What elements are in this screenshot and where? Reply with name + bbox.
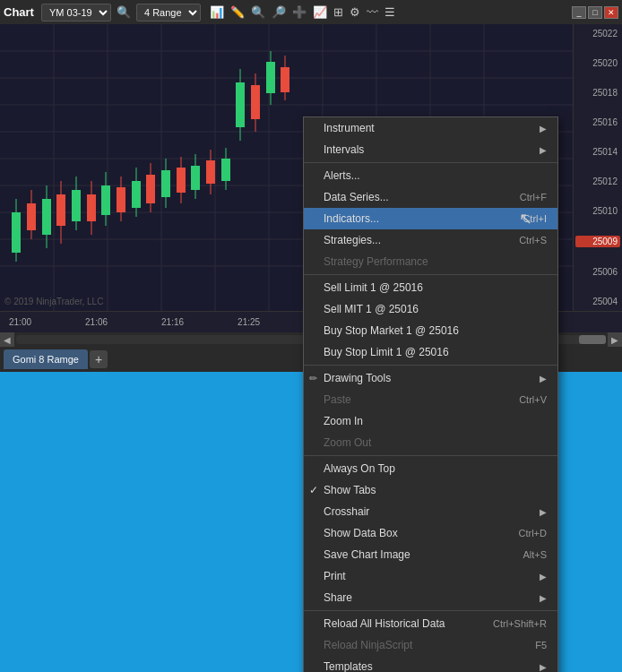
menu-item-show-data-box[interactable]: Show Data Box Ctrl+D — [304, 522, 557, 544]
menu-item-save-chart-image[interactable]: Save Chart Image Alt+S — [304, 544, 557, 565]
menu-label-templates: Templates — [324, 660, 373, 672]
menu-label-sell-limit: Sell Limit 1 @ 25016 — [324, 281, 423, 294]
arrow-icon-crosshair: ▶ — [540, 507, 547, 517]
pencil-icon[interactable]: ✏️ — [229, 4, 246, 20]
tab-label: Gomi 8 Ramge — [13, 354, 79, 365]
svg-rect-47 — [221, 159, 230, 181]
menu-label-buy-stop-market: Buy Stop Market 1 @ 25016 — [324, 324, 459, 337]
scroll-right-button[interactable]: ▶ — [608, 332, 622, 347]
menu-item-buy-stop-market[interactable]: Buy Stop Market 1 @ 25016 — [304, 320, 557, 341]
menu-label-indicators: Indicators... — [324, 212, 379, 225]
menu-item-intervals[interactable]: Intervals ▶ — [304, 139, 557, 160]
separator-5 — [304, 610, 557, 611]
menu-item-zoom-out: Zoom Out — [304, 432, 557, 453]
bar-chart-icon[interactable]: 📊 — [208, 4, 226, 20]
svg-rect-35 — [132, 181, 141, 208]
app-title: Chart — [4, 5, 34, 19]
chart2-icon[interactable]: 📈 — [311, 4, 329, 20]
menu-item-share[interactable]: Share ▶ — [304, 587, 557, 608]
menu-item-crosshair[interactable]: Crosshair ▶ — [304, 501, 557, 522]
svg-rect-23 — [42, 199, 51, 235]
zoom-out-icon[interactable]: 🔎 — [270, 4, 288, 20]
tab-gomi[interactable]: Gomi 8 Ramge — [4, 349, 88, 369]
menu-item-data-series[interactable]: Data Series... Ctrl+F — [304, 186, 557, 208]
price-14: 25014 — [575, 147, 620, 157]
arrow-icon-print: ▶ — [540, 572, 547, 582]
menu-label-always-on-top: Always On Top — [324, 462, 395, 475]
time-label-4: 21:25 — [238, 317, 260, 327]
menu-item-zoom-in[interactable]: Zoom In — [304, 410, 557, 432]
menu-label-crosshair: Crosshair — [324, 505, 369, 518]
menu-label-alerts: Alerts... — [324, 169, 360, 182]
price-06: 25006 — [575, 267, 620, 277]
svg-rect-43 — [191, 166, 200, 190]
shortcut-strategies: Ctrl+S — [519, 235, 547, 246]
menu-item-instrument[interactable]: Instrument ▶ — [304, 117, 557, 139]
line-icon[interactable]: 〰 — [365, 4, 380, 20]
menu-label-print: Print — [324, 570, 346, 582]
menu-label-save-chart-image: Save Chart Image — [324, 548, 410, 561]
svg-rect-37 — [146, 175, 155, 203]
instrument-select[interactable]: YM 03-19 — [41, 4, 111, 22]
zoom-in-icon[interactable]: 🔍 — [249, 4, 267, 20]
shortcut-data-series: Ctrl+F — [520, 192, 547, 202]
menu-item-reload-historical[interactable]: Reload All Historical Data Ctrl+Shift+R — [304, 613, 557, 634]
menu-item-strategies[interactable]: Strategies... Ctrl+S — [304, 229, 557, 251]
svg-rect-33 — [117, 187, 125, 212]
menu-item-show-tabs[interactable]: ✓ Show Tabs — [304, 479, 557, 501]
menu-item-reload-ninjascript: Reload NinjaScript F5 — [304, 634, 557, 656]
menu-item-strategy-performance: Strategy Performance — [304, 251, 557, 272]
shortcut-save-chart-image: Alt+S — [523, 549, 547, 560]
arrow-icon-drawing-tools: ▶ — [540, 374, 547, 383]
menu-item-templates[interactable]: Templates ▶ — [304, 656, 557, 672]
context-menu: Instrument ▶ Intervals ▶ Alerts... Data … — [303, 116, 558, 672]
svg-rect-39 — [161, 170, 170, 197]
price-22: 25022 — [575, 29, 620, 39]
settings-icon[interactable]: ⚙ — [348, 4, 362, 20]
menu-item-sell-mit[interactable]: Sell MIT 1 @ 25016 — [304, 298, 557, 320]
price-highlighted: 25009 — [575, 236, 620, 247]
search-icon[interactable]: 🔍 — [115, 4, 133, 20]
close-button[interactable]: ✕ — [604, 6, 618, 19]
menu-label-drawing-tools: Drawing Tools — [324, 372, 391, 384]
menu-label-instrument: Instrument — [324, 122, 375, 134]
menu-item-print[interactable]: Print ▶ — [304, 565, 557, 587]
menu-item-buy-stop-limit[interactable]: Buy Stop Limit 1 @ 25016 — [304, 341, 557, 363]
scroll-thumb[interactable] — [579, 335, 606, 344]
shortcut-reload-ninjascript: F5 — [535, 640, 547, 650]
maximize-button[interactable]: □ — [588, 6, 602, 19]
grid-icon[interactable]: ⊞ — [332, 4, 345, 20]
pencil-icon-small: ✏ — [309, 373, 317, 384]
menu-item-drawing-tools[interactable]: ✏ Drawing Tools ▶ — [304, 367, 557, 389]
menu-item-paste: Paste Ctrl+V — [304, 389, 557, 410]
scroll-left-button[interactable]: ◀ — [0, 332, 14, 347]
menu-item-always-on-top[interactable]: Always On Top — [304, 458, 557, 479]
arrow-icon-intervals: ▶ — [540, 145, 547, 155]
svg-rect-55 — [281, 67, 289, 92]
menu-item-alerts[interactable]: Alerts... — [304, 165, 557, 186]
range-select[interactable]: 4 Range — [136, 4, 201, 22]
menu-label-sell-mit: Sell MIT 1 @ 25016 — [324, 303, 419, 315]
svg-rect-31 — [101, 185, 110, 215]
list-icon[interactable]: ☰ — [383, 4, 397, 20]
menu-label-intervals: Intervals — [324, 143, 364, 156]
price-12: 25012 — [575, 177, 620, 186]
price-04: 25004 — [575, 297, 620, 306]
plus-icon[interactable]: ➕ — [290, 4, 308, 20]
menu-item-indicators[interactable]: Indicators... Ctrl+I ↖ — [304, 208, 557, 229]
tab-add-button[interactable]: + — [90, 350, 108, 368]
price-axis: 25022 25020 25018 25016 25014 25012 2501… — [573, 24, 622, 311]
checkmark-icon: ✓ — [309, 484, 318, 496]
menu-label-strategies: Strategies... — [324, 234, 381, 246]
svg-rect-49 — [236, 82, 245, 127]
menu-item-sell-limit[interactable]: Sell Limit 1 @ 25016 — [304, 277, 557, 298]
price-18: 25018 — [575, 88, 620, 98]
svg-rect-51 — [251, 85, 260, 119]
menu-label-reload-historical: Reload All Historical Data — [324, 617, 445, 630]
menu-label-show-tabs: Show Tabs — [324, 484, 376, 496]
minimize-button[interactable]: _ — [572, 6, 586, 19]
svg-rect-29 — [87, 194, 96, 221]
menu-label-data-series: Data Series... — [324, 191, 389, 203]
window-controls: _ □ ✕ — [572, 6, 618, 19]
svg-rect-25 — [56, 194, 65, 226]
